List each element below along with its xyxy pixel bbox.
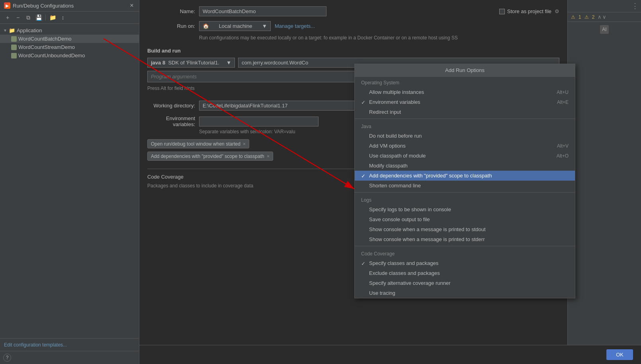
specify-logs-item-wrapper: Specify logs to be shown in console xyxy=(355,204,575,214)
modify-classpath-label: Modify classpath xyxy=(369,163,408,169)
show-console-stderr-label: Show console when a message is printed t… xyxy=(369,236,485,242)
shorten-cmd-item[interactable]: Shorten command line xyxy=(355,181,575,191)
run-on-label: Run on: xyxy=(147,23,195,29)
ai-icon[interactable]: AI xyxy=(600,25,609,34)
add-vm-item-wrapper: Add VM options Alt+V xyxy=(355,141,575,151)
redirect-input-item[interactable]: Redirect input xyxy=(355,107,575,117)
shorten-cmd-label: Shorten command line xyxy=(369,183,421,189)
add-config-button[interactable]: + xyxy=(3,13,12,22)
store-project-checkbox[interactable] xyxy=(499,9,505,14)
sdk-bold-label: java 8 xyxy=(151,60,165,66)
store-project-row: Store as project file ⚙ xyxy=(499,8,559,14)
dialog-titlebar: ▶ Run/Debug Configurations × xyxy=(0,0,139,12)
name-row: Name: Store as project file ⚙ xyxy=(147,6,559,16)
add-deps-item-wrapper: ✓ Add dependencies with "provided" scope… xyxy=(355,171,575,181)
run-config-info: Run configurations may be executed local… xyxy=(199,34,559,41)
specify-classes-item[interactable]: Specify classes and packages xyxy=(355,258,575,268)
allow-multiple-label: Allow multiple instances xyxy=(369,89,424,95)
alt-coverage-runner-item[interactable]: Specify alternative coverage runner xyxy=(355,278,575,288)
warning-count: 1 xyxy=(578,14,581,20)
copy-config-button[interactable]: ⧉ xyxy=(24,13,33,22)
save-console-label: Save console output to file xyxy=(369,216,430,222)
sdk-text: java 8 SDK of 'FlinkTutorial1. xyxy=(151,60,219,66)
sidebar-toolbar: + − ⧉ 💾 📁 ↕ xyxy=(0,12,139,24)
use-tracing-label: Use tracing xyxy=(369,290,395,296)
warning-bar: ⚠ 1 ⚠ 2 ∧ ∨ xyxy=(568,12,641,22)
use-classpath-item[interactable]: Use classpath of module Alt+O xyxy=(355,151,575,161)
env-vars-check-icon: ✓ xyxy=(361,99,365,105)
menu-separator-2 xyxy=(355,192,575,193)
specify-classes-check-icon: ✓ xyxy=(361,260,365,266)
sidebar: ▶ Run/Debug Configurations × + − ⧉ 💾 📁 ↕… xyxy=(0,0,139,364)
app-icon: ▶ xyxy=(4,2,10,9)
no-build-item[interactable]: Do not build before run xyxy=(355,131,575,141)
config-item-label: WordCountStreamDemo xyxy=(18,44,75,50)
alt-coverage-runner-item-wrapper: Specify alternative coverage runner xyxy=(355,278,575,288)
add-vm-shortcut: Alt+V xyxy=(557,143,569,149)
dialog-title-text: Run/Debug Configurations xyxy=(13,3,74,9)
application-group: ▼ 📁 Application WordCountBatchDemo WordC… xyxy=(0,25,139,60)
toolbar-divider xyxy=(45,14,46,21)
working-dir-label: Working directory: xyxy=(147,103,195,109)
tag-close-icon[interactable]: × xyxy=(243,141,246,147)
menu-separator-3 xyxy=(355,246,575,246)
use-tracing-item[interactable]: Use tracing xyxy=(355,288,575,298)
add-deps-item[interactable]: Add dependencies with "provided" scope t… xyxy=(355,171,575,181)
working-dir-input[interactable] xyxy=(199,101,358,111)
store-project-label: Store as project file xyxy=(507,8,551,14)
specify-classes-label: Specify classes and packages xyxy=(369,260,438,266)
java-section-label: Java xyxy=(355,121,575,131)
build-run-title: Build and run xyxy=(147,48,559,54)
error-count: 2 xyxy=(592,14,595,20)
config-item-icon xyxy=(11,36,17,42)
store-project-checkbox-wrapper[interactable]: Store as project file xyxy=(499,8,551,14)
house-icon: 🏠 xyxy=(203,23,209,29)
kebab-menu-icon[interactable]: ⋮ xyxy=(631,2,639,10)
env-vars-label: Environment variables: xyxy=(147,115,195,127)
right-panel: ⋮ ⚠ 1 ⚠ 2 ∧ ∨ AI xyxy=(567,0,641,364)
warning-icon: ⚠ xyxy=(571,14,575,20)
specify-classes-item-wrapper: ✓ Specify classes and packages xyxy=(355,258,575,268)
dropdown-menu-title: Add Run Options xyxy=(355,64,575,77)
close-button[interactable]: × xyxy=(129,2,135,9)
local-machine-dropdown[interactable]: 🏠 Local machine ▼ xyxy=(199,21,271,31)
allow-multiple-instances-item[interactable]: Allow multiple instances Alt+U xyxy=(355,87,575,97)
edit-templates-link[interactable]: Edit configuration templates... xyxy=(4,342,67,348)
application-group-label: Application xyxy=(17,27,42,33)
sdk-suffix-label: SDK of 'FlinkTutorial1. xyxy=(168,60,219,66)
add-vm-label: Add VM options xyxy=(369,143,406,149)
name-input[interactable] xyxy=(199,6,326,16)
remove-config-button[interactable]: − xyxy=(14,13,22,22)
no-build-label: Do not build before run xyxy=(369,133,422,139)
application-group-header[interactable]: ▼ 📁 Application xyxy=(0,26,139,35)
show-console-stdout-item[interactable]: Show console when a message is printed t… xyxy=(355,224,575,234)
move-config-button[interactable]: 📁 xyxy=(48,13,57,22)
right-panel-top: ⋮ xyxy=(568,0,641,12)
sdk-dropdown[interactable]: java 8 SDK of 'FlinkTutorial1. ▼ xyxy=(147,58,235,68)
specify-logs-item[interactable]: Specify logs to be shown in console xyxy=(355,204,575,214)
modify-classpath-item[interactable]: Modify classpath xyxy=(355,161,575,171)
alt-coverage-runner-label: Specify alternative coverage runner xyxy=(369,280,451,286)
config-item-wordcountbatch[interactable]: WordCountBatchDemo xyxy=(0,35,139,43)
show-console-stderr-item-wrapper: Show console when a message is printed t… xyxy=(355,234,575,244)
help-button[interactable]: ? xyxy=(3,354,11,362)
config-item-wordcountunbounded[interactable]: WordCountUnboundedDemo xyxy=(0,51,139,60)
exclude-classes-item[interactable]: Exclude classes and packages xyxy=(355,268,575,278)
dialog-footer: OK xyxy=(139,345,641,364)
tag-close-icon-2[interactable]: × xyxy=(267,153,270,159)
config-item-icon xyxy=(11,53,17,58)
ok-button[interactable]: OK xyxy=(606,349,633,360)
add-vm-options-item[interactable]: Add VM options Alt+V xyxy=(355,141,575,151)
shorten-cmd-item-wrapper: Shorten command line xyxy=(355,181,575,191)
save-console-item[interactable]: Save console output to file xyxy=(355,214,575,224)
sort-config-button[interactable]: ↕ xyxy=(59,13,67,22)
config-item-wordcountstream[interactable]: WordCountStreamDemo xyxy=(0,43,139,51)
save-config-button[interactable]: 💾 xyxy=(34,13,43,22)
nav-down-icon[interactable]: ∨ xyxy=(602,14,606,20)
show-console-stderr-item[interactable]: Show console when a message is printed t… xyxy=(355,234,575,244)
env-vars-input[interactable] xyxy=(199,117,319,127)
manage-targets-link[interactable]: Manage targets... xyxy=(275,23,315,29)
environment-variables-item[interactable]: Environment variables Alt+E xyxy=(355,97,575,107)
gear-icon[interactable]: ⚙ xyxy=(555,8,559,14)
nav-up-icon[interactable]: ∧ xyxy=(598,14,602,20)
